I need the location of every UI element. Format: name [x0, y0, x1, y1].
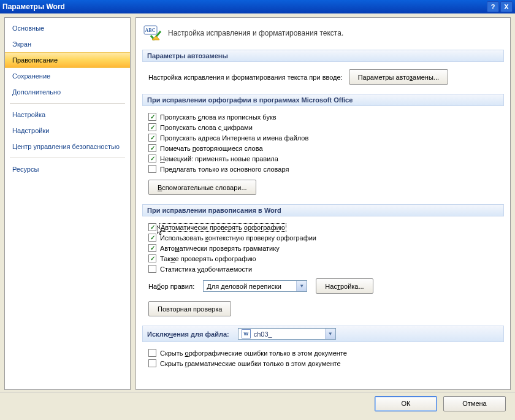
titlebar: Параметры Word ? X	[0, 0, 515, 13]
office-check-label: Пропускать слова с цифрами	[160, 124, 253, 131]
word-check-row: Автоматически проверять орфографию	[148, 222, 500, 232]
sidebar-item-1[interactable]: Экран	[5, 36, 130, 52]
sidebar-item-6[interactable]: Надстройки	[5, 123, 130, 139]
window-title: Параметры Word	[2, 2, 65, 11]
word-check-checkbox[interactable]	[148, 265, 156, 273]
aux-dictionaries-button[interactable]: Вспомогательные словари...	[148, 180, 256, 195]
word-check-row: Использовать контекстную проверку орфогр…	[148, 232, 500, 243]
autocorrect-options-button[interactable]: Параметры автозамены...	[349, 69, 448, 85]
office-check-checkbox[interactable]	[148, 144, 156, 152]
exceptions-check-row: Скрыть орфографические ошибки только в э…	[148, 348, 500, 358]
office-check-label: Помечать повторяющиеся слова	[160, 145, 263, 152]
office-check-row: Предлагать только из основного словаря	[148, 164, 500, 174]
word-check-checkbox[interactable]	[148, 254, 156, 262]
office-check-label: Пропускать слова из прописных букв	[160, 113, 277, 121]
word-file-icon: W	[242, 329, 251, 338]
sidebar-item-7[interactable]: Центр управления безопасностью	[5, 139, 130, 155]
office-check-row: Немецкий: применять новые правила	[148, 153, 500, 164]
office-check-checkbox[interactable]	[148, 165, 156, 173]
section-word-head: При исправлении правописания в Word	[142, 204, 504, 216]
recheck-button[interactable]: Повторная проверка	[148, 301, 231, 316]
office-check-checkbox[interactable]	[148, 123, 156, 131]
ruleset-dropdown[interactable]: Для деловой переписки ▼	[203, 280, 307, 292]
exceptions-check-label: Скрыть орфографические ошибки только в э…	[160, 349, 347, 357]
office-check-row: Помечать повторяющиеся слова	[148, 143, 500, 153]
word-check-row: Также проверять орфографию	[148, 253, 500, 264]
help-button[interactable]: ?	[487, 1, 499, 12]
autocorrect-text: Настройка исправления и форматирования т…	[148, 74, 343, 81]
sidebar-separator	[10, 103, 125, 104]
sidebar-item-5[interactable]: Настройка	[5, 107, 130, 123]
office-check-checkbox[interactable]	[148, 113, 156, 121]
word-check-row: Статистика удобочитаемости	[148, 264, 500, 274]
sidebar-item-4[interactable]: Дополнительно	[5, 84, 130, 100]
exceptions-check-checkbox[interactable]	[148, 359, 156, 367]
word-check-label: Автоматически проверять орфографию	[160, 224, 286, 231]
office-check-row: Пропускать адреса Интернета и имена файл…	[148, 132, 500, 143]
word-check-checkbox[interactable]	[148, 234, 156, 242]
exceptions-check-checkbox[interactable]	[148, 349, 156, 357]
chevron-down-icon: ▼	[296, 281, 307, 291]
button-bar: ОК Отмена	[0, 392, 515, 414]
exceptions-title: Исключения для файла:	[147, 330, 229, 338]
office-check-row: Пропускать слова из прописных букв	[148, 112, 500, 122]
section-exceptions-body: Скрыть орфографические ошибки только в э…	[142, 342, 504, 373]
exceptions-file-value: ch03_	[254, 330, 272, 338]
office-check-checkbox[interactable]	[148, 134, 156, 142]
exceptions-check-label: Скрыть грамматические ошибки только в эт…	[160, 360, 341, 367]
section-office-body: Пропускать слова из прописных буквПропус…	[142, 106, 504, 202]
header-text: Настройка исправления и форматирования т…	[168, 29, 343, 37]
word-check-checkbox[interactable]	[148, 223, 156, 231]
cursor-icon	[157, 226, 164, 237]
section-autocorrect-head: Параметры автозамены	[142, 50, 504, 62]
office-check-label: Немецкий: применять новые правила	[160, 155, 278, 162]
sidebar-item-8[interactable]: Ресурсы	[5, 161, 130, 177]
word-check-label: Статистика удобочитаемости	[160, 265, 252, 273]
office-check-label: Предлагать только из основного словаря	[160, 166, 289, 173]
office-check-checkbox[interactable]	[148, 155, 156, 162]
section-exceptions-head: Исключения для файла: W ch03_ ▼	[142, 326, 504, 342]
ruleset-label: Набор правил:	[148, 283, 194, 290]
word-check-row: Автоматически проверять грамматику	[148, 243, 500, 253]
sidebar: ОсновныеЭкранПравописаниеСохранениеДопол…	[4, 17, 131, 390]
window: Параметры Word ? X ОсновныеЭкранПравопис…	[0, 0, 515, 420]
ok-button[interactable]: ОК	[375, 396, 437, 411]
sidebar-item-0[interactable]: Основные	[5, 20, 130, 36]
content: ABC Настройка исправления и форматирован…	[135, 17, 511, 390]
office-check-label: Пропускать адреса Интернета и имена файл…	[160, 134, 308, 142]
section-autocorrect-body: Настройка исправления и форматирования т…	[142, 62, 504, 91]
exceptions-check-row: Скрыть грамматические ошибки только в эт…	[148, 358, 500, 368]
word-check-label: Автоматически проверять грамматику	[160, 245, 280, 252]
cancel-button[interactable]: Отмена	[443, 396, 506, 411]
page-header: ABC Настройка исправления и форматирован…	[142, 23, 504, 47]
close-button[interactable]: X	[500, 1, 513, 12]
office-check-row: Пропускать слова с цифрами	[148, 122, 500, 132]
word-check-label: Использовать контекстную проверку орфогр…	[160, 234, 316, 242]
abc-check-icon: ABC	[143, 25, 162, 41]
section-office-head: При исправлении орфографии в программах …	[142, 94, 504, 106]
sidebar-separator	[10, 158, 125, 158]
section-word-body: Автоматически проверять орфографиюИсполь…	[142, 216, 504, 323]
ruleset-value: Для деловой переписки	[207, 283, 281, 290]
chevron-down-icon: ▼	[325, 329, 335, 339]
ruleset-settings-button[interactable]: Настройка...	[316, 278, 373, 294]
word-check-checkbox[interactable]	[148, 244, 156, 252]
word-check-label: Также проверять орфографию	[160, 255, 256, 262]
exceptions-file-dropdown[interactable]: W ch03_ ▼	[238, 328, 336, 340]
sidebar-item-2[interactable]: Правописание	[5, 52, 130, 68]
sidebar-item-3[interactable]: Сохранение	[5, 68, 130, 84]
svg-text:ABC: ABC	[145, 28, 156, 33]
client-area: ОсновныеЭкранПравописаниеСохранениеДопол…	[0, 13, 515, 392]
